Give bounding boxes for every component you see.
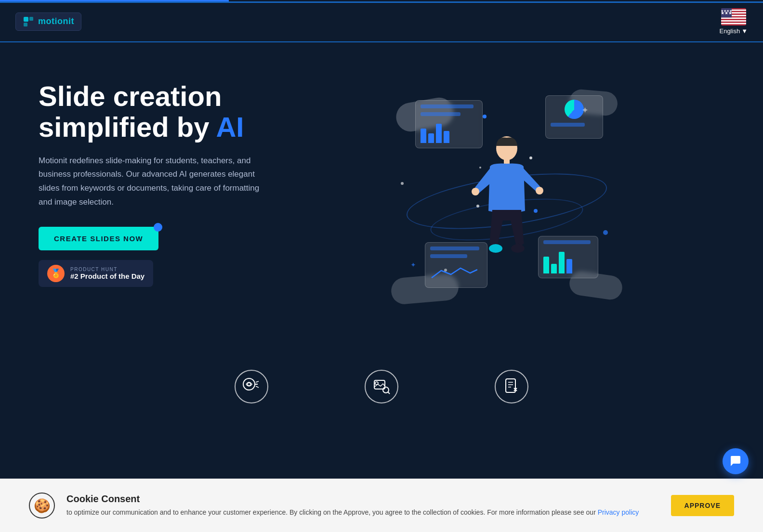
ai-icon-item xyxy=(235,370,268,403)
medal-icon: 🏅 xyxy=(47,265,65,282)
hero-illustration: ✦ ✦ xyxy=(289,81,724,322)
hero-content: Slide creation simplified by AI Motionit… xyxy=(39,81,289,287)
doc-icon-item xyxy=(495,370,528,403)
cookie-title: Cookie Consent xyxy=(66,493,659,505)
svg-rect-0 xyxy=(24,17,28,22)
chat-button[interactable] xyxy=(723,448,749,474)
svg-point-15 xyxy=(472,188,479,195)
illustration: ✦ ✦ xyxy=(386,86,627,317)
image-icon-item xyxy=(365,370,398,403)
pie-chart xyxy=(565,100,584,119)
svg-point-24 xyxy=(248,383,250,386)
ph-text: PRODUCT HUNT #2 Product of the Day xyxy=(70,267,145,280)
dot-4 xyxy=(444,269,447,272)
cta-dot xyxy=(154,223,162,232)
person-figure xyxy=(468,134,545,269)
cookie-text-content: Cookie Consent to optimize our communica… xyxy=(66,493,659,518)
svg-line-26 xyxy=(256,381,259,382)
document-icon xyxy=(495,370,528,403)
svg-line-31 xyxy=(388,392,390,394)
star-1: ✦ xyxy=(581,105,589,116)
svg-point-20 xyxy=(479,167,481,169)
dot-3 xyxy=(603,230,608,235)
dot-2 xyxy=(401,182,404,185)
logo-text: motionit xyxy=(38,16,74,26)
logo-icon xyxy=(23,16,34,27)
language-label: English ▼ xyxy=(719,27,748,35)
svg-point-19 xyxy=(529,156,532,159)
svg-point-16 xyxy=(536,187,543,195)
svg-point-22 xyxy=(476,205,479,208)
svg-point-17 xyxy=(489,244,502,253)
ai-highlight: AI xyxy=(216,111,244,143)
bottom-icons-section xyxy=(0,350,763,423)
ph-rank: #2 Product of the Day xyxy=(70,272,145,280)
approve-button[interactable]: APPROVE xyxy=(671,495,734,516)
hero-description: Motionit redefines slide-making for stud… xyxy=(39,154,260,210)
slide-card-2 xyxy=(545,95,603,139)
cookie-description: to optimize our communication and to enh… xyxy=(66,507,659,518)
svg-point-21 xyxy=(534,209,538,213)
svg-rect-2 xyxy=(24,23,27,26)
privacy-policy-link[interactable]: Privacy policy xyxy=(598,508,639,516)
cookie-consent-banner: 🍪 Cookie Consent to optimize our communi… xyxy=(0,479,763,532)
cookie-icon: 🍪 xyxy=(29,493,55,519)
star-2: ✦ xyxy=(410,261,416,269)
image-search-icon xyxy=(365,370,398,403)
svg-rect-8 xyxy=(721,20,746,22)
create-slides-button[interactable]: CREATE SLIDES NOW xyxy=(39,227,158,250)
svg-rect-1 xyxy=(29,17,33,21)
logo[interactable]: motionit xyxy=(15,13,81,31)
chevron-down-icon: ▼ xyxy=(741,27,748,35)
svg-text:★★★★: ★★★★ xyxy=(721,9,732,13)
product-hunt-badge[interactable]: 🏅 PRODUCT HUNT #2 Product of the Day xyxy=(39,260,153,287)
svg-point-23 xyxy=(243,378,255,390)
hero-section: Slide creation simplified by AI Motionit… xyxy=(0,42,763,350)
svg-rect-9 xyxy=(721,23,746,24)
svg-rect-7 xyxy=(721,17,746,19)
slide-card-4 xyxy=(538,236,598,278)
language-selector[interactable]: ★★★ ★★★★ English ▼ xyxy=(719,8,748,35)
hero-title: Slide creation simplified by AI xyxy=(39,81,289,143)
header: motionit ★★★ ★★★★ English ▼ xyxy=(0,1,763,42)
svg-point-18 xyxy=(511,244,525,253)
ph-label: PRODUCT HUNT xyxy=(70,267,145,272)
flag-icon: ★★★ ★★★★ xyxy=(721,8,746,26)
svg-line-27 xyxy=(256,386,259,388)
ai-brain-icon xyxy=(235,370,268,403)
dot-1 xyxy=(483,115,487,118)
